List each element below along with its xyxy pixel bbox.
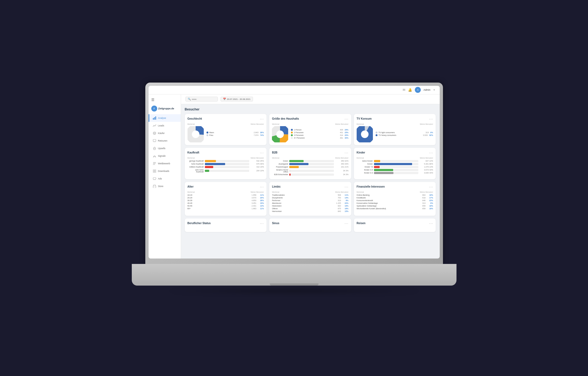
- card-menu-haushalt[interactable]: ···: [344, 117, 349, 121]
- data-num-offene: 875: [338, 208, 341, 210]
- card-menu-geschlecht[interactable]: ···: [260, 117, 264, 121]
- data-pct-30: 26%: [257, 200, 264, 201]
- sidebar-item-analyse[interactable]: Analyse: [149, 114, 181, 122]
- card-menu-fin[interactable]: ···: [429, 185, 433, 189]
- legend-item-1person: 1 Person 405 25%: [291, 129, 349, 131]
- bell-icon[interactable]: 🔔: [408, 88, 412, 92]
- card-title-haushalt: Größe des Haushalts: [272, 117, 299, 120]
- section-title-besucher: Besucher: [185, 107, 436, 111]
- card-menu-kaufkraft[interactable]: ···: [260, 151, 264, 155]
- card-menu-tv[interactable]: ···: [429, 117, 433, 121]
- col-label-merkmal-a: Merkmal: [188, 191, 195, 193]
- svg-rect-18: [153, 186, 156, 188]
- card-kinder: Kinder ··· Merkmal Meine Benutzer: [354, 148, 436, 179]
- bar-track-mittlere: [205, 166, 249, 168]
- card-menu-kinder[interactable]: ···: [429, 151, 433, 155]
- col-headers-fin: Merkmal Meine Benutzer: [357, 191, 433, 193]
- mail-icon[interactable]: ✉: [403, 88, 405, 92]
- chevron-down-icon: ▼: [433, 89, 435, 91]
- card-title-reisen: Reisen: [357, 222, 366, 225]
- card-header-sinus: Sinus ···: [272, 221, 349, 225]
- bar-row-green: Green 350 32%: [272, 160, 349, 162]
- bar-label-kinder-all: Kinder: [357, 163, 373, 165]
- app-container: ✉ 🔔 A Admin ▼ ☰ Z Zielgruppe.de: [149, 86, 440, 259]
- data-row-performer: Performer 319 6%: [272, 200, 349, 201]
- data-key-trad: Traditionalisten: [272, 194, 338, 196]
- data-num-trad: 508: [338, 194, 341, 196]
- bar-label-hohe: hohe Kaufkraft: [188, 163, 204, 165]
- svg-rect-12: [155, 170, 156, 171]
- bar-vals-kinder-all: 5.301 86%: [419, 163, 433, 165]
- bar-vals-mittlere: 410 19%: [250, 166, 264, 168]
- bar-vals-green: 350 32%: [335, 160, 349, 162]
- legend-val-tv-light: 319: [426, 132, 429, 133]
- bar-row-geringe: geringe Kaufkraft 532 25%: [188, 160, 264, 162]
- sidebar-item-ads[interactable]: Ads: [149, 175, 181, 182]
- data-pct-40: 19%: [257, 202, 264, 204]
- data-key-60: 60+: [188, 208, 252, 210]
- data-num-spekgeld: 659: [422, 205, 426, 207]
- data-num-online-banking: 664: [422, 194, 426, 196]
- card-menu-beruf[interactable]: ···: [260, 221, 264, 225]
- col-label-benutzer-tv: Meine Benutzer: [420, 123, 433, 125]
- sidebar-item-kaeufer[interactable]: Käufer: [149, 129, 181, 137]
- sidebar-item-wettbewerb[interactable]: Wettbewerb: [149, 160, 181, 167]
- col-label-merkmal-tv: Merkmal: [357, 123, 364, 125]
- data-row-abenteurer: Abenteurer 1.225 22%: [272, 202, 349, 204]
- legend-dot-tv-light: [376, 132, 377, 133]
- legend-dot-mann: [206, 132, 208, 133]
- data-rows-fin: Online-Banking 664 18% Kreditkarte 618 1…: [357, 194, 433, 210]
- data-key-kreditkarte: Kreditkarte: [357, 197, 422, 199]
- sidebar-item-signale[interactable]: Signale: [149, 152, 181, 160]
- sidebar-item-retouren[interactable]: Retouren: [149, 137, 181, 145]
- svg-point-21: [192, 130, 199, 138]
- card-menu-sinus[interactable]: ···: [344, 221, 349, 225]
- bar-vals-hohe: 975 46%: [250, 163, 264, 165]
- card-menu-reisen[interactable]: ···: [429, 221, 433, 225]
- admin-label[interactable]: Admin: [423, 89, 431, 91]
- card-title-limbic: Limbic: [272, 185, 281, 188]
- legend-dot-4p: [291, 137, 293, 139]
- dashboard-content: Besucher Geschlecht ···: [181, 104, 440, 259]
- bar-track-geringe: [205, 160, 249, 162]
- card-menu-limbic[interactable]: ···: [344, 185, 349, 189]
- data-row-online-banking: Online-Banking 664 18%: [357, 194, 433, 196]
- laptop-base: [132, 264, 456, 286]
- svg-point-10: [155, 162, 156, 163]
- data-key-spekgeld: Spekulative Geldanlage: [357, 205, 422, 207]
- col-headers-b2b: Merkmal Meine Benutzer: [272, 157, 349, 159]
- bar-vals-small-home: 34 3%: [335, 170, 349, 172]
- legend-label-mann: Mann: [209, 132, 253, 133]
- sidebar-item-downloads[interactable]: Downloads: [149, 167, 181, 175]
- data-pct-performer: 6%: [342, 200, 349, 201]
- data-key-disziplinierte: Disziplinierte: [272, 197, 338, 199]
- bar-track-kinder-46: [374, 169, 419, 171]
- calendar-icon: 📅: [223, 98, 226, 100]
- bar-vals-sehr-hohe: 204 10%: [250, 170, 264, 172]
- data-key-40: 40-49: [188, 202, 252, 204]
- card-title-fin: Finanzielle Interessen: [357, 185, 385, 188]
- data-row-konskredit: Konsumentenkredit 846 23%: [357, 200, 433, 201]
- svg-rect-0: [153, 118, 154, 120]
- data-key-20: 20-29: [188, 197, 252, 199]
- sidebar-item-store[interactable]: Store: [149, 182, 181, 190]
- data-row-60: 60+ 1.963 11%: [188, 208, 264, 210]
- card-menu-alter[interactable]: ···: [260, 185, 264, 189]
- data-row-offene: Offene 875 16%: [272, 208, 349, 210]
- ads-icon: [153, 177, 156, 181]
- sidebar-item-label-analyse: Analyse: [158, 117, 166, 119]
- bar-vals-kinder-plus6: 1.079 13%: [419, 166, 433, 168]
- search-box[interactable]: 🔍: [185, 97, 218, 102]
- legend-item-3personen: 3 Personen 314 20%: [291, 134, 349, 136]
- date-range[interactable]: 📅 20.07.2021 - 20.08.2021: [221, 97, 253, 102]
- sidebar-item-leads[interactable]: Leads: [149, 122, 181, 129]
- data-key-30: 30-39: [188, 200, 252, 201]
- search-input[interactable]: [192, 98, 213, 100]
- hamburger-menu[interactable]: ☰: [149, 97, 181, 104]
- bar-fill-kinder-plus6: [374, 166, 380, 168]
- card-menu-b2b[interactable]: ···: [344, 151, 349, 155]
- bar-track-kinder-03: [374, 172, 419, 174]
- bar-vals-b2b-entscheider: 34 3%: [335, 174, 349, 175]
- sidebar-item-upsells[interactable]: Upsells: [149, 145, 181, 152]
- store-icon: [153, 184, 156, 188]
